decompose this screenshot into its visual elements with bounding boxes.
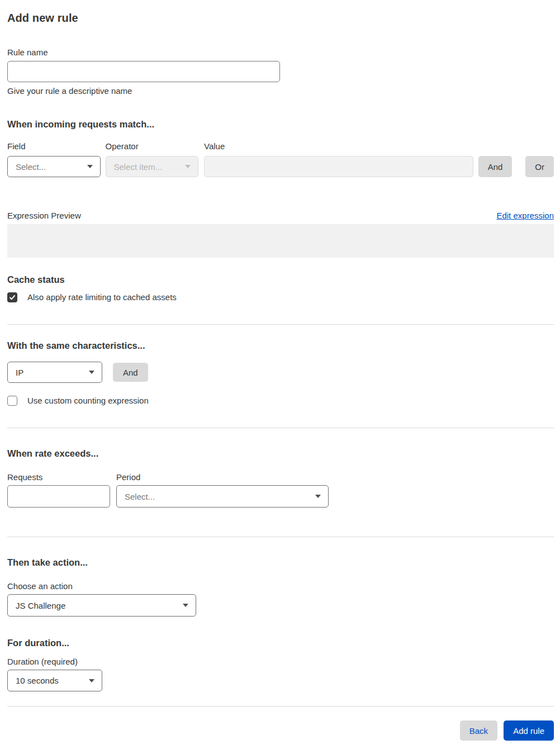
- custom-counting-checkbox[interactable]: [7, 396, 17, 406]
- duration-select-value: 10 seconds: [16, 676, 59, 685]
- add-rule-button[interactable]: Add rule: [504, 720, 554, 741]
- characteristics-row: IP And: [7, 362, 554, 383]
- operator-select[interactable]: Select item...: [106, 156, 199, 177]
- action-select-value: JS Challenge: [16, 601, 65, 610]
- field-group: Field Select...: [7, 141, 101, 177]
- period-select[interactable]: Select...: [116, 485, 329, 508]
- choose-action-label: Choose an action: [7, 581, 554, 591]
- duration-select[interactable]: 10 seconds: [7, 670, 102, 691]
- characteristic-select-value: IP: [16, 368, 23, 377]
- operator-group: Operator Select item...: [106, 141, 199, 177]
- requests-label: Requests: [7, 472, 110, 482]
- action-select[interactable]: JS Challenge: [7, 594, 196, 617]
- divider: [7, 537, 554, 537]
- field-label: Field: [7, 141, 101, 151]
- section-duration-heading: For duration...: [7, 637, 554, 648]
- period-select-value: Select...: [125, 492, 155, 501]
- rule-name-helper: Give your rule a descriptive name: [7, 86, 280, 96]
- back-button[interactable]: Back: [460, 720, 497, 741]
- section-characteristics-heading: With the same characteristics...: [7, 340, 554, 351]
- section-action-heading: Then take action...: [7, 557, 554, 568]
- expression-preview-header: Expression Preview Edit expression: [7, 210, 554, 221]
- chevron-down-icon: [89, 371, 94, 374]
- footer-actions: Back Add rule: [7, 720, 554, 741]
- chevron-down-icon: [87, 165, 93, 168]
- rule-name-input[interactable]: [7, 61, 280, 82]
- chevron-down-icon: [315, 495, 321, 498]
- section-cache-heading: Cache status: [7, 274, 554, 285]
- rule-name-label: Rule name: [7, 48, 280, 58]
- value-group: Value: [204, 141, 473, 177]
- divider: [7, 428, 554, 428]
- custom-counting-label[interactable]: Use custom counting expression: [27, 395, 149, 406]
- or-condition-button[interactable]: Or: [525, 156, 554, 177]
- rate-row: Requests Period Select...: [7, 472, 554, 508]
- cached-assets-checkbox[interactable]: [7, 292, 17, 302]
- section-rate-heading: When rate exceeds...: [7, 448, 554, 459]
- period-group: Period Select...: [116, 472, 329, 508]
- chevron-down-icon: [185, 165, 191, 168]
- chevron-down-icon: [183, 604, 188, 607]
- checkmark-icon: [9, 294, 16, 301]
- value-input[interactable]: [204, 156, 473, 177]
- page-title: Add new rule: [7, 0, 554, 25]
- period-label: Period: [116, 472, 329, 482]
- requests-input[interactable]: [7, 485, 110, 508]
- divider: [7, 706, 554, 707]
- value-label: Value: [204, 141, 473, 151]
- add-characteristic-button[interactable]: And: [113, 363, 148, 382]
- rule-name-group: Rule name Give your rule a descriptive n…: [7, 48, 280, 96]
- characteristic-select[interactable]: IP: [7, 362, 102, 383]
- requests-group: Requests: [7, 472, 110, 508]
- duration-label: Duration (required): [7, 657, 554, 667]
- counting-expression-row: Use custom counting expression: [7, 395, 554, 406]
- divider: [7, 324, 554, 325]
- operator-label: Operator: [106, 141, 199, 151]
- operator-select-value: Select item...: [114, 162, 163, 172]
- cache-checkbox-row: Also apply rate limiting to cached asset…: [7, 292, 554, 303]
- match-builder-row: Field Select... Operator Select item... …: [7, 141, 554, 177]
- and-condition-button[interactable]: And: [478, 156, 512, 177]
- field-select[interactable]: Select...: [7, 156, 101, 177]
- field-select-value: Select...: [16, 162, 46, 172]
- section-match-heading: When incoming requests match...: [7, 118, 554, 130]
- expression-preview-box: [7, 224, 554, 258]
- cached-assets-label[interactable]: Also apply rate limiting to cached asset…: [27, 292, 177, 303]
- chevron-down-icon: [89, 679, 94, 682]
- edit-expression-link[interactable]: Edit expression: [496, 210, 554, 221]
- add-rule-form: Add new rule Rule name Give your rule a …: [0, 0, 560, 749]
- expression-preview-label: Expression Preview: [7, 211, 81, 221]
